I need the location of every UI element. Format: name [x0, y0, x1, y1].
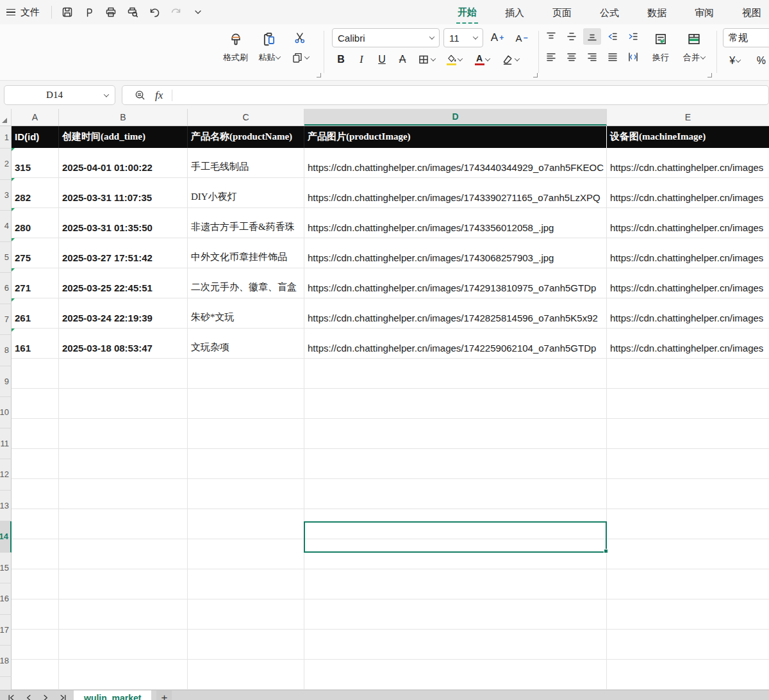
cell-B17[interactable]	[59, 599, 188, 630]
alignment-dialog-launcher[interactable]	[707, 73, 712, 77]
row-header-6[interactable]: 6	[0, 273, 12, 304]
align-left-button[interactable]	[542, 49, 560, 65]
strikethrough-button[interactable]: A	[393, 51, 411, 68]
tab-page[interactable]: 页面	[551, 2, 573, 23]
cell-B11[interactable]	[59, 419, 188, 449]
cell-A4[interactable]: 280	[12, 208, 59, 238]
cell-B3[interactable]: 2025-03-31 11:07:35	[59, 178, 188, 208]
column-header-B[interactable]: B	[59, 109, 188, 126]
cell-A1[interactable]: ID(id)	[12, 126, 59, 148]
cell-C14[interactable]	[188, 509, 304, 539]
eraser-button[interactable]	[497, 51, 523, 68]
font-dialog-launcher[interactable]	[533, 73, 538, 77]
column-header-A[interactable]: A	[12, 109, 59, 126]
cell-B2[interactable]: 2025-04-01 01:00:22	[59, 148, 188, 178]
undo-icon[interactable]	[147, 4, 162, 20]
cell-D16[interactable]	[304, 569, 607, 599]
cell-D12[interactable]	[304, 449, 607, 479]
name-box[interactable]: D14	[4, 85, 115, 105]
cell-A16[interactable]	[12, 569, 59, 599]
cell-D13[interactable]	[304, 479, 607, 509]
cell-E7[interactable]: https://cdn.chattinghelper.cn/images	[607, 298, 769, 329]
cell-C12[interactable]	[188, 449, 304, 479]
clipboard-dialog-launcher[interactable]	[317, 73, 321, 77]
cell-C1[interactable]: 产品名称(productName)	[188, 126, 304, 148]
cell-D15[interactable]	[304, 539, 607, 569]
cell-E17[interactable]	[607, 599, 769, 630]
bold-button[interactable]: B	[332, 51, 350, 68]
cell-A2[interactable]: 315	[12, 148, 59, 178]
cell-D2[interactable]: https://cdn.chattinghelper.cn/images/174…	[304, 148, 607, 178]
row-header-2[interactable]: 2	[0, 149, 12, 180]
cell-E1[interactable]: 设备图(machineImage)	[607, 126, 769, 148]
row-header-14[interactable]: 14	[0, 521, 12, 553]
print-icon[interactable]	[103, 4, 119, 20]
row-header-10[interactable]: 10	[0, 397, 12, 428]
font-size-combo[interactable]: 11	[443, 28, 483, 47]
cell-C19[interactable]	[188, 660, 304, 690]
cell-A8[interactable]: 161	[12, 329, 59, 359]
cell-C16[interactable]	[188, 569, 304, 599]
cell-D18[interactable]	[304, 630, 607, 660]
cell-C7[interactable]: 朱砂*文玩	[188, 298, 304, 329]
cell-E8[interactable]: https://cdn.chattinghelper.cn/images	[607, 329, 769, 359]
cell-E15[interactable]	[607, 539, 769, 569]
percent-format-button[interactable]: %	[754, 53, 769, 69]
tab-data[interactable]: 数据	[646, 2, 668, 23]
cell-E16[interactable]	[607, 569, 769, 599]
cell-A9[interactable]	[12, 359, 59, 389]
column-header-D[interactable]: D	[304, 109, 607, 126]
cell-C2[interactable]: 手工毛线制品	[188, 148, 304, 178]
increase-indent-button[interactable]	[624, 28, 642, 45]
align-top-button[interactable]	[542, 28, 560, 45]
column-header-C[interactable]: C	[188, 109, 304, 126]
cell-E9[interactable]	[607, 359, 769, 389]
borders-button[interactable]	[414, 51, 438, 68]
cell-E4[interactable]: https://cdn.chattinghelper.cn/images	[607, 208, 769, 238]
formula-input[interactable]: fx	[122, 85, 769, 105]
cell-A19[interactable]	[12, 660, 59, 690]
tab-home[interactable]: 开始	[456, 1, 478, 24]
cell-A12[interactable]	[12, 449, 59, 479]
cell-D3[interactable]: https://cdn.chattinghelper.cn/images/174…	[304, 178, 607, 208]
cell-E2[interactable]: https://cdn.chattinghelper.cn/images	[607, 148, 769, 178]
cell-C15[interactable]	[188, 539, 304, 569]
cell-A13[interactable]	[12, 479, 59, 509]
cell-E14[interactable]	[607, 509, 769, 539]
tab-formula[interactable]: 公式	[599, 2, 620, 23]
hamburger-menu-icon[interactable]	[0, 0, 19, 24]
row-header-1[interactable]: 1	[0, 126, 12, 149]
next-sheet-icon[interactable]	[40, 692, 51, 700]
cell-B13[interactable]	[59, 479, 188, 509]
cell-A3[interactable]: 282	[12, 178, 59, 208]
cell-D1[interactable]: 产品图片(productImage)	[304, 126, 607, 148]
cell-A7[interactable]: 261	[12, 298, 59, 329]
row-header-13[interactable]: 13	[0, 491, 12, 522]
cell-D17[interactable]	[304, 599, 607, 630]
cell-B12[interactable]	[59, 449, 188, 479]
add-sheet-button[interactable]: +	[156, 690, 172, 700]
cell-B14[interactable]	[59, 509, 188, 539]
cell-B4[interactable]: 2025-03-31 01:35:50	[59, 208, 188, 238]
cell-E13[interactable]	[607, 479, 769, 509]
cell-C18[interactable]	[188, 630, 304, 660]
cell-C10[interactable]	[188, 389, 304, 419]
cell-D9[interactable]	[304, 359, 607, 389]
row-header-8[interactable]: 8	[0, 335, 12, 366]
row-header-5[interactable]: 5	[0, 242, 12, 273]
fx-icon[interactable]: fx	[155, 89, 163, 102]
cell-C8[interactable]: 文玩杂项	[188, 329, 304, 359]
cell-D11[interactable]	[304, 419, 607, 449]
row-header-12[interactable]: 12	[0, 459, 12, 491]
row-header-17[interactable]: 17	[0, 615, 12, 646]
last-sheet-icon[interactable]	[57, 692, 69, 700]
cell-C6[interactable]: 二次元手办、徽章、盲盒	[188, 268, 304, 298]
cell-E5[interactable]: https://cdn.chattinghelper.cn/images	[607, 238, 769, 268]
row-header-4[interactable]: 4	[0, 211, 12, 242]
cell-C17[interactable]	[188, 599, 304, 630]
cell-B7[interactable]: 2025-03-24 22:19:39	[59, 298, 188, 329]
cell-C3[interactable]: DIY小夜灯	[188, 178, 304, 208]
row-header-19[interactable]	[0, 677, 12, 690]
cell-A17[interactable]	[12, 599, 59, 630]
cell-D7[interactable]: https://cdn.chattinghelper.cn/images/174…	[304, 298, 607, 329]
